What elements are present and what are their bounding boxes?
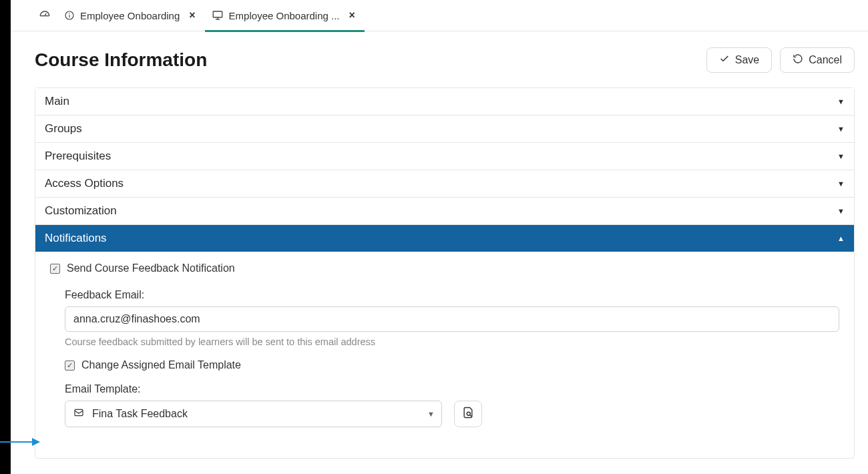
close-icon[interactable]: ×	[349, 9, 355, 21]
envelope-icon	[73, 407, 84, 421]
cancel-label: Cancel	[809, 54, 842, 66]
feedback-email-hint: Course feedback submitted by learners wi…	[65, 336, 839, 347]
section-label: Access Options	[45, 177, 124, 190]
section-label: Notifications	[45, 232, 107, 245]
document-search-icon	[461, 406, 475, 422]
tab-label: Employee Onboarding	[80, 10, 180, 21]
left-rail	[0, 0, 11, 474]
tab-employee-onboarding-info[interactable]: Employee Onboarding ×	[57, 0, 205, 31]
section-label: Groups	[45, 122, 82, 136]
feedback-email-input[interactable]	[65, 306, 839, 332]
course-accordion: Main Groups Prerequisites Access Options	[35, 87, 855, 459]
cancel-button[interactable]: Cancel	[780, 47, 855, 73]
header-actions: Save Cancel	[706, 47, 855, 73]
email-template-label: Email Template:	[65, 383, 839, 395]
notifications-body: Send Course Feedback Notification Feedba…	[35, 252, 854, 458]
page-title: Course Information	[35, 49, 207, 71]
section-main[interactable]: Main	[35, 88, 854, 115]
tab-label: Employee Onboarding ...	[229, 10, 340, 21]
email-template-select[interactable]: Fina Task Feedback ▼	[65, 401, 442, 427]
change-template-checkbox[interactable]	[65, 361, 75, 371]
page-header: Course Information Save Cancel	[11, 31, 868, 87]
section-label: Customization	[45, 204, 117, 218]
svg-rect-5	[213, 11, 222, 17]
check-icon	[719, 53, 730, 67]
close-icon[interactable]: ×	[189, 9, 195, 21]
svg-point-4	[69, 13, 69, 13]
change-template-label: Change Assigned Email Template	[81, 359, 241, 371]
send-feedback-label: Send Course Feedback Notification	[67, 262, 235, 274]
callout-arrow	[0, 435, 40, 449]
monitor-icon	[212, 9, 224, 21]
section-notifications[interactable]: Notifications	[35, 225, 854, 252]
send-feedback-checkbox[interactable]	[50, 264, 60, 274]
tabs-bar: Employee Onboarding × Employee Onboardin…	[11, 0, 868, 31]
chevron-down-icon: ▼	[427, 410, 435, 418]
tab-employee-onboarding-monitor[interactable]: Employee Onboarding ... ×	[205, 0, 365, 31]
chevron-down-icon	[837, 180, 845, 188]
info-icon	[64, 10, 75, 21]
section-customization[interactable]: Customization	[35, 198, 854, 224]
section-prerequisites[interactable]: Prerequisites	[35, 143, 854, 170]
chevron-up-icon	[837, 234, 845, 242]
section-label: Prerequisites	[45, 150, 111, 163]
save-label: Save	[735, 54, 759, 66]
svg-line-10	[470, 415, 471, 417]
svg-marker-1	[32, 438, 40, 446]
save-button[interactable]: Save	[706, 47, 772, 73]
feedback-email-label: Feedback Email:	[65, 289, 839, 301]
change-template-row: Change Assigned Email Template	[50, 359, 839, 371]
svg-point-9	[467, 412, 470, 415]
gauge-icon	[39, 9, 51, 21]
chevron-down-icon	[837, 125, 845, 133]
chevron-down-icon	[837, 152, 845, 160]
tab-dashboard[interactable]	[32, 0, 57, 31]
section-access-options[interactable]: Access Options	[35, 170, 854, 197]
chevron-down-icon	[837, 97, 845, 105]
chevron-down-icon	[837, 207, 845, 215]
send-feedback-row: Send Course Feedback Notification	[50, 262, 839, 274]
undo-icon	[793, 53, 803, 67]
email-template-value: Fina Task Feedback	[92, 408, 188, 420]
preview-template-button[interactable]	[454, 401, 482, 427]
section-label: Main	[45, 95, 69, 108]
section-groups[interactable]: Groups	[35, 115, 854, 142]
svg-rect-8	[75, 409, 83, 415]
